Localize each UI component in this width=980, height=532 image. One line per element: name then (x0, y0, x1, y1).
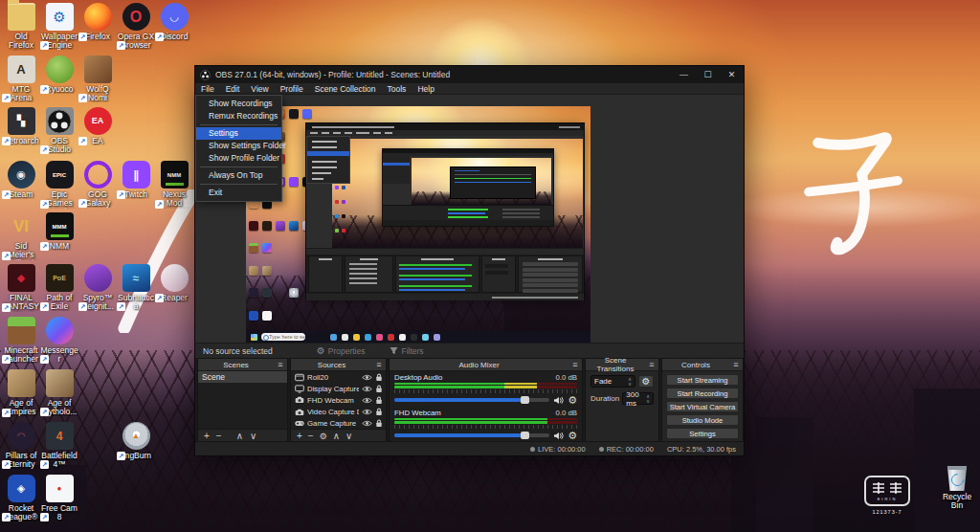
filters-button[interactable]: Filters (390, 346, 423, 356)
desktop-icon-rocket-league[interactable]: ◈↗Rocket League® (2, 475, 40, 521)
start-streaming-button[interactable]: Start Streaming (666, 374, 739, 386)
file-menu-item-always-on-top[interactable]: Always On Top (196, 169, 281, 182)
transition-select[interactable]: Fade ∧∨ (590, 375, 635, 388)
desktop-icon-sid-meier-s-civilization-vi[interactable]: VI↗Sid Meier's Civilization VI (2, 212, 40, 260)
speaker-icon[interactable] (553, 396, 564, 405)
source-item-roll20[interactable]: Roll20 (291, 371, 386, 383)
desktop-icon-ea[interactable]: EA↗EA (78, 107, 117, 145)
file-menu-item-exit[interactable]: Exit (196, 187, 281, 199)
file-menu-item-remux-recordings[interactable]: Remux Recordings (196, 110, 281, 122)
transition-gear-button[interactable]: ⚙ (638, 375, 654, 388)
visibility-eye-icon[interactable] (362, 409, 372, 415)
file-menu-item-show-recordings[interactable]: Show Recordings (196, 98, 281, 110)
close-button[interactable]: ✕ (720, 66, 744, 83)
sources-menu-icon[interactable]: ≡ (372, 360, 386, 369)
desktop-icon-gog-galaxy[interactable]: ↗GOG Galaxy (78, 161, 117, 208)
menu-edit[interactable]: Edit (220, 83, 246, 95)
slider-handle[interactable] (521, 396, 529, 404)
menu-help[interactable]: Help (412, 83, 439, 95)
desktop-icon-epic-games-launcher[interactable]: EPIC↗Epic Games Launcher (40, 161, 78, 209)
source-item-display-capture[interactable]: Display Capture (291, 383, 386, 394)
source-item-game-capture[interactable]: Game Capture (291, 418, 386, 429)
mixer-menu-icon[interactable]: ≡ (568, 360, 582, 369)
visibility-eye-icon[interactable] (362, 386, 372, 392)
volume-slider[interactable] (394, 398, 549, 402)
desktop-icon-imgburn[interactable]: ▲↗ImgBurn (117, 422, 155, 460)
channel-gear-icon[interactable]: ⚙ (568, 395, 577, 406)
menu-profile[interactable]: Profile (275, 83, 309, 95)
desktop-icon-nmm[interactable]: MMM↗NMM (40, 212, 78, 251)
wolfq-nomi-icon (84, 55, 112, 83)
desktop-icon-path-of-exile[interactable]: PoE↗Path of Exile (40, 264, 78, 311)
desktop-icon-messenger[interactable]: ↗Messenger (40, 317, 78, 364)
scenes-title: Scenes (198, 361, 274, 369)
desktop-icon-old-firefox-data[interactable]: Old Firefox Data (2, 3, 40, 51)
lock-icon[interactable] (375, 408, 383, 416)
desktop-icon-nexus-mod-manager[interactable]: NMM↗Nexus Mod Manager (155, 161, 193, 209)
visibility-eye-icon[interactable] (362, 420, 372, 427)
start-virtual-camera-button[interactable]: Start Virtual Camera (666, 401, 739, 412)
desktop-icon-reaper[interactable]: ↗Reaper (155, 264, 193, 302)
scene-item-scene[interactable]: Scene (198, 371, 287, 383)
source-toolbar: No source selected ⚙ Properties Filters (195, 343, 744, 358)
desktop-icon-ryuoco[interactable]: ↗Ryuoco (40, 55, 78, 94)
controls-menu-icon[interactable]: ≡ (729, 360, 743, 369)
duration-spinbox[interactable]: 300 ms ∧∨ (622, 392, 654, 405)
steam-icon: ◉ (8, 161, 35, 188)
desktop-icon-obs-studio[interactable]: ↗OBS Studio (40, 107, 78, 154)
lock-icon[interactable] (375, 419, 383, 428)
scenes-menu-icon[interactable]: ≡ (274, 360, 287, 369)
preview-display-capture[interactable]: Type here to search (246, 106, 590, 343)
twitch-glyph: ∥ (133, 169, 139, 181)
source-item-fhd-webcam[interactable]: FHD Webcam (291, 394, 386, 406)
start-recording-button[interactable]: Start Recording (666, 388, 739, 399)
desktop-icon-retroarch[interactable]: ▚↗Retroarch (2, 107, 40, 145)
menu-file[interactable]: File (195, 83, 220, 95)
desktop-icon-free-cam-8[interactable]: ●↗Free Cam 8 (40, 475, 78, 521)
desktop-icon-opera-gx-browser[interactable]: O↗Opera GX Browser (117, 3, 155, 50)
preview-taskbar-app-icon (330, 334, 337, 341)
visibility-eye-icon[interactable] (362, 397, 372, 404)
desktop-icon-steam[interactable]: ◉↗Steam (2, 161, 40, 199)
desktop-icon-minecraft-launcher[interactable]: ↗Minecraft Launcher (2, 317, 40, 364)
desktop-icon-mtg-arena[interactable]: A↗MTG Arena (2, 55, 40, 102)
source-item-video-capture-device[interactable]: Video Capture Device (291, 407, 386, 418)
desktop-icon-firefox[interactable]: ↗Firefox (78, 3, 117, 41)
maximize-button[interactable]: ☐ (696, 66, 720, 83)
settings-button[interactable]: Settings (666, 428, 739, 439)
desktop-icon-age-of-empires[interactable]: ↗Age of Empires ... (2, 369, 40, 417)
desktop-icon-age-of-mytholo[interactable]: ↗Age of Mytholo... (40, 369, 78, 416)
desktop-icon-wolfq-nomi[interactable]: ↗WolfQ Nomi (78, 55, 117, 102)
lock-icon[interactable] (375, 396, 383, 405)
shortcut-arrow-icon: ↗ (2, 460, 11, 469)
minimize-button[interactable]: — (672, 66, 696, 83)
file-menu-item-show-profile-folder[interactable]: Show Profile Folder (196, 152, 281, 165)
volume-slider[interactable] (394, 433, 549, 437)
desktop-icon-wallpaper-engine[interactable]: ⚙↗Wallpaper Engine (40, 3, 78, 50)
slider-handle[interactable] (521, 432, 529, 439)
desktop-icon-spyro-reignit[interactable]: ↗Spyro™ Reignit... (78, 264, 117, 311)
desktop-icon-twitch[interactable]: ∥↗Twitch (117, 161, 155, 199)
channel-gear-icon[interactable]: ⚙ (568, 431, 577, 441)
file-menu-item-settings[interactable]: Settings (196, 127, 281, 140)
properties-button[interactable]: ⚙ Properties (317, 345, 366, 356)
desktop-icon-battlefield-4[interactable]: 4↗Battlefield 4™ (40, 422, 78, 469)
desktop-icon-recycle-bin[interactable]: Recycle Bin (936, 466, 978, 510)
desktop-icon-subnautica[interactable]: ≈↗Subnautica (117, 264, 155, 311)
transitions-menu-icon[interactable]: ≡ (645, 360, 658, 369)
lock-icon[interactable] (375, 373, 383, 382)
lock-icon[interactable] (375, 385, 383, 393)
visibility-eye-icon[interactable] (362, 374, 372, 381)
menu-tools[interactable]: Tools (382, 83, 412, 95)
speaker-icon[interactable] (553, 432, 564, 440)
shortcut-arrow-icon: ↗ (40, 145, 49, 154)
menu-view[interactable]: View (245, 83, 274, 95)
studio-mode-button[interactable]: Studio Mode (666, 414, 739, 426)
desktop-icon-discord[interactable]: ◡↗Discord (155, 3, 193, 41)
sources-panel: Sources ≡ Roll20Display CaptureFHD Webca… (290, 358, 387, 443)
desktop-icon-final-fantasy-x[interactable]: ◆↗FINAL FANTASY X... (2, 264, 40, 312)
desktop-icon-pillars-of-eternity[interactable]: ◠↗Pillars of Eternity (2, 422, 40, 469)
shortcut-arrow-icon: ↗ (40, 355, 49, 364)
menu-scene-collection[interactable]: Scene Collection (309, 83, 382, 95)
file-menu-item-show-settings-folder[interactable]: Show Settings Folder (196, 140, 281, 152)
